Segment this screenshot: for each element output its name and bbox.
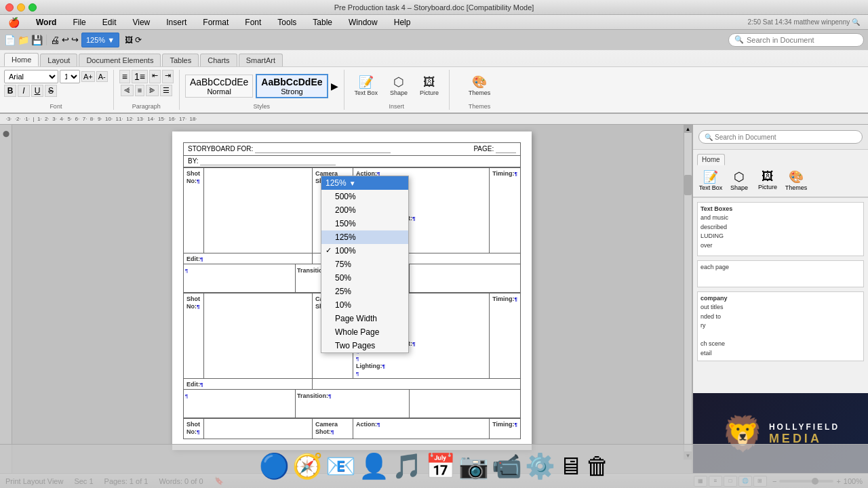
font-increase-icon[interactable]: A+ xyxy=(81,71,95,82)
themes-button[interactable]: 🎨 Themes xyxy=(464,73,496,99)
right-themes-button[interactable]: 🎨 Themes xyxy=(784,169,808,191)
right-insert-shape-button[interactable]: ⬡ Shape xyxy=(727,169,751,191)
menu-edit[interactable]: Edit xyxy=(100,16,119,28)
transition-image-2: ¶ xyxy=(184,390,296,418)
zoom-option-wholepage[interactable]: Whole Page xyxy=(321,325,408,339)
right-tab-home[interactable]: Home xyxy=(697,154,725,165)
menu-insert[interactable]: Insert xyxy=(163,16,189,28)
justify-button[interactable]: ☰ xyxy=(160,85,172,96)
new-doc-icon[interactable]: 📄 xyxy=(4,35,16,45)
scroll-up-icon[interactable]: ▲ xyxy=(684,125,692,133)
menu-table[interactable]: Table xyxy=(310,16,335,28)
refresh-icon[interactable]: ⟳ xyxy=(135,35,142,45)
tab-tables[interactable]: Tables xyxy=(162,54,199,66)
align-right-button[interactable]: ⫸ xyxy=(146,85,159,96)
underline-button[interactable]: U xyxy=(31,85,43,97)
dock-contacts-icon[interactable]: 👤 xyxy=(359,452,389,481)
menu-view[interactable]: View xyxy=(130,16,153,28)
storyboard-for-label: STORYBOARD FOR: xyxy=(188,145,391,153)
menu-font[interactable]: Font xyxy=(242,16,264,28)
sidebar-marker: ⬤ xyxy=(3,130,9,137)
style-normal[interactable]: AaBbCcDdEe Normal xyxy=(185,75,253,98)
search-input-main[interactable] xyxy=(747,36,855,44)
image-icon[interactable]: 🖼 xyxy=(125,35,133,45)
list-number-button[interactable]: 1≡ xyxy=(132,70,148,83)
insert-picture-button[interactable]: 🖼 Picture xyxy=(415,73,443,99)
search-box-main[interactable]: 🔍 xyxy=(728,33,864,47)
styles-expand-icon[interactable]: ▶ xyxy=(331,81,338,92)
zoom-selector-area[interactable]: 125% ▼ xyxy=(81,33,119,47)
right-section-1-title: Text Boxes xyxy=(701,205,861,212)
dock-safari-icon[interactable]: 🧭 xyxy=(292,452,323,481)
redo-icon[interactable]: ↪ xyxy=(71,35,79,45)
vertical-scrollbar[interactable]: ▲ ▼ xyxy=(684,125,692,460)
insert-text-box-button[interactable]: 📝 Text Box xyxy=(350,73,383,99)
tab-charts[interactable]: Charts xyxy=(200,54,237,66)
font-family-select[interactable]: Arial xyxy=(4,70,58,83)
open-icon[interactable]: 📁 xyxy=(18,35,29,45)
strikethrough-button[interactable]: S xyxy=(45,85,57,97)
zoom-option-125[interactable]: 125% xyxy=(321,230,408,244)
zoom-option-twopages[interactable]: Two Pages xyxy=(321,339,408,352)
right-search-input[interactable] xyxy=(715,134,816,141)
dock-finder-icon[interactable]: 🔵 xyxy=(259,452,290,481)
tab-smartart[interactable]: SmartArt xyxy=(239,54,283,66)
save-icon[interactable]: 💾 xyxy=(31,35,43,45)
maximize-button[interactable] xyxy=(28,3,37,12)
tab-document-elements[interactable]: Document Elements xyxy=(79,54,161,66)
tab-home[interactable]: Home xyxy=(4,53,39,66)
menu-tools[interactable]: Tools xyxy=(275,16,299,28)
style-strong[interactable]: AaBbCcDdEe Strong xyxy=(256,74,328,98)
print-icon[interactable]: 🖨 xyxy=(50,35,60,45)
zoom-option-10[interactable]: 10% xyxy=(321,298,408,312)
right-insert-textbox-button[interactable]: 📝 Text Box xyxy=(698,169,723,191)
right-insert-picture-button[interactable]: 🖼 Picture xyxy=(755,169,780,190)
zoom-option-pagewidth[interactable]: Page Width xyxy=(321,312,408,325)
zoom-dropdown[interactable]: 125% ▼ 500% 200% 150% 125% 100% 75% 50% … xyxy=(321,176,409,353)
apple-menu[interactable]: 🍎 xyxy=(5,16,22,29)
zoom-option-75[interactable]: 75% xyxy=(321,258,408,271)
list-bullet-button[interactable]: ≡ xyxy=(119,70,130,83)
dock-terminal-icon[interactable]: 🖥 xyxy=(558,452,583,481)
dock-facetime-icon[interactable]: 📹 xyxy=(492,452,522,481)
menu-help[interactable]: Help xyxy=(391,16,414,28)
bold-button[interactable]: B xyxy=(4,85,16,97)
align-left-button[interactable]: ⫷ xyxy=(121,85,134,96)
menu-word[interactable]: Word xyxy=(33,16,59,28)
zoom-option-200[interactable]: 200% xyxy=(321,203,408,217)
timing-cell-1: Timing:¶ xyxy=(490,168,521,253)
zoom-option-50[interactable]: 50% xyxy=(321,271,408,285)
font-size-select[interactable]: 12 xyxy=(60,70,80,83)
traffic-lights[interactable] xyxy=(5,3,37,12)
italic-button[interactable]: I xyxy=(18,85,30,97)
zoom-value: 125% xyxy=(86,36,105,44)
insert-shape-button[interactable]: ⬡ Shape xyxy=(385,73,412,99)
align-center-button[interactable]: ≡ xyxy=(135,85,144,96)
dock-calendar-icon[interactable]: 📅 xyxy=(425,452,456,481)
menu-format[interactable]: Format xyxy=(200,16,231,28)
zoom-option-100[interactable]: 100% xyxy=(321,244,408,258)
ribbon-section-insert: 📝 Text Box ⬡ Shape 🖼 Picture Insert xyxy=(350,70,450,110)
indent-left-button[interactable]: ⇤ xyxy=(149,70,161,83)
zoom-button[interactable]: 125% ▼ xyxy=(81,33,119,47)
undo-icon[interactable]: ↩ xyxy=(62,35,69,45)
tab-layout[interactable]: Layout xyxy=(40,54,77,66)
minimize-button[interactable] xyxy=(17,3,25,12)
menu-window[interactable]: Window xyxy=(346,16,380,28)
zoom-option-500[interactable]: 500% xyxy=(321,190,408,203)
scroll-thumb[interactable] xyxy=(684,175,692,195)
dock-mail-icon[interactable]: 📧 xyxy=(326,452,356,481)
dock-photos-icon[interactable]: 📷 xyxy=(458,452,489,481)
close-button[interactable] xyxy=(5,3,14,12)
dock-preferences-icon[interactable]: ⚙️ xyxy=(525,452,555,481)
right-search-box[interactable]: 🔍 xyxy=(698,130,863,144)
indent-right-button[interactable]: ⇥ xyxy=(162,70,174,83)
font-decrease-icon[interactable]: A- xyxy=(96,71,108,82)
dock-itunes-icon[interactable]: 🎵 xyxy=(392,452,422,481)
menu-file[interactable]: File xyxy=(70,16,88,28)
dock-trash-icon[interactable]: 🗑 xyxy=(585,452,610,481)
document-area[interactable]: 125% ▼ 500% 200% 150% 125% 100% 75% 50% … xyxy=(12,125,692,474)
zoom-option-150[interactable]: 150% xyxy=(321,217,408,230)
zoom-option-25[interactable]: 25% xyxy=(321,285,408,298)
ruler-marks: ·3· ·2· ·1· | 1· 2· 3· 4· 5· 6· 7· 8· 9·… xyxy=(3,116,865,122)
